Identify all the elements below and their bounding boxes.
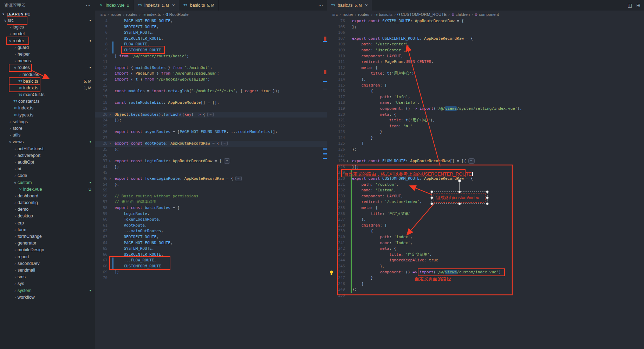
breadcrumb-item-CUSTOMFORM_ROUTE[interactable]: {}CUSTOMFORM_ROUTE: [397, 12, 447, 17]
tree-item-sms[interactable]: ›sms: [0, 274, 95, 280]
tab-index.ts[interactable]: TSindex.ts1, M×: [134, 0, 179, 11]
code-line-119[interactable]: 119 component: () => import('/@/views/sy…: [327, 106, 644, 112]
folder-chevron-icon[interactable]: ›: [13, 247, 18, 253]
folder-chevron-icon[interactable]: ›: [13, 51, 18, 58]
code-line-228[interactable]: 228}];: [327, 164, 644, 170]
code-line-19[interactable]: 19: [95, 106, 327, 112]
tree-item-helper[interactable]: ›helper: [0, 51, 95, 58]
folder-chevron-icon[interactable]: ∨: [8, 139, 13, 145]
folder-chevron-icon[interactable]: ›: [13, 58, 18, 64]
code-line-233[interactable]: 233 component: LAYOUT,: [327, 193, 644, 199]
folder-chevron-icon[interactable]: ›: [13, 240, 18, 247]
folder-chevron-icon[interactable]: ›: [13, 254, 18, 260]
folder-chevron-icon[interactable]: ›: [13, 44, 18, 51]
code-editor-basic-ts[interactable]: 76export const SYSTEM_ROUTE: AppRouteRec…: [327, 18, 644, 349]
code-line-15[interactable]: 15: [95, 83, 327, 89]
layout-grid-icon[interactable]: ⊞: [636, 2, 640, 8]
breadcrumb-item-router[interactable]: router: [111, 12, 121, 17]
code-line-4[interactable]: 4 PAGE_NOT_FOUND_ROUTE,: [95, 18, 327, 24]
code-line-124[interactable]: 124 }: [327, 135, 644, 141]
lightbulb-icon[interactable]: [330, 271, 333, 274]
code-editor-index-ts[interactable]: 4 PAGE_NOT_FOUND_ROUTE,5 REDIRECT_ROUTE,…: [95, 18, 327, 349]
folder-chevron-icon[interactable]: ›: [13, 199, 18, 206]
tree-item-constant.ts[interactable]: TSconstant.ts: [0, 98, 95, 105]
code-line-62[interactable]: 62 ...mainOutRoutes,: [95, 228, 327, 234]
code-line-27[interactable]: 27: [95, 135, 327, 141]
code-line-68[interactable]: 68 CUSTOMFORM_ROUTE: [95, 264, 327, 269]
breadcrumb-item-children[interactable]: ⚙children: [451, 12, 470, 17]
more-actions-icon[interactable]: ⋯: [86, 2, 91, 8]
folder-chevron-icon[interactable]: ∨: [13, 179, 18, 186]
code-line-67[interactable]: 67 ...FLOW_ROUTE,: [95, 258, 327, 264]
tree-item-model[interactable]: ›model: [0, 31, 95, 37]
folder-chevron-icon[interactable]: ›: [13, 213, 18, 220]
tree-item-index.ts[interactable]: TSindex.ts: [0, 105, 95, 112]
code-line-7[interactable]: 7 USERCENTER_ROUTE,: [95, 36, 327, 42]
code-line-9[interactable]: 9 CUSTOMFORM_ROUTE: [95, 47, 327, 53]
code-line-57[interactable]: 57// 未经许可的基本路由: [95, 199, 327, 205]
code-line-45[interactable]: 45: [95, 170, 327, 176]
tree-item-mobileDesign[interactable]: ›mobileDesign: [0, 247, 95, 253]
tab-basic.ts[interactable]: TSbasic.ts5, M: [179, 0, 219, 11]
tree-item-logics[interactable]: ›logics: [0, 24, 95, 31]
folder-chevron-icon[interactable]: ›: [13, 267, 18, 274]
code-line-230[interactable]: 230export const CUSTOMFORM_ROUTE: AppRou…: [327, 176, 644, 182]
code-line-240[interactable]: 240 path: 'index',: [327, 234, 644, 240]
tree-item-code[interactable]: ›code: [0, 172, 95, 179]
tree-item-modules[interactable]: ›modules: [0, 71, 95, 78]
folder-chevron-icon[interactable]: ›: [13, 227, 18, 233]
code-line-122[interactable]: 122 icon: '☻ ': [327, 123, 644, 129]
code-line-107[interactable]: 107export const USERCENTER_ROUTE: AppRou…: [327, 36, 644, 42]
folder-chevron-icon[interactable]: ›: [13, 294, 18, 301]
tree-item-settings[interactable]: ›settings: [0, 119, 95, 125]
folder-chevron-icon[interactable]: ›: [8, 31, 13, 37]
code-line-13[interactable]: 13import { PageEnum } from '/@/enums/pag…: [95, 71, 327, 77]
tree-item-bi[interactable]: ›bi: [0, 166, 95, 172]
code-line-246[interactable]: 246 component: () => import('/@/views/cu…: [327, 269, 644, 275]
tree-item-generator[interactable]: ›generator: [0, 240, 95, 247]
folded-code-ellipsis[interactable]: ⋯: [224, 158, 230, 164]
code-line-111[interactable]: 111 redirect: PageEnum.USER_CENTER,: [327, 59, 644, 65]
code-line-242[interactable]: 242 meta: {: [327, 246, 644, 252]
code-line-120[interactable]: 120 meta: {: [327, 112, 644, 118]
code-line-248[interactable]: 248 ]: [327, 281, 644, 287]
tree-item-dataconfig[interactable]: ›dataconfig: [0, 199, 95, 206]
folder-chevron-icon[interactable]: ›: [13, 280, 18, 287]
code-line-125[interactable]: 125 ]: [327, 141, 644, 147]
code-line-65[interactable]: 65 SYSTEM_ROUTE,: [95, 246, 327, 252]
folder-chevron-icon[interactable]: ›: [13, 233, 18, 240]
workspace-section-header[interactable]: ∨ LEARUN PC: [0, 11, 95, 17]
file-tree[interactable]: ∨src●›logics›model∨router●›guard›helper›…: [0, 17, 95, 349]
code-line-55[interactable]: 55: [95, 188, 327, 193]
fold-chevron-icon[interactable]: ›: [108, 176, 112, 182]
tree-item-formChange[interactable]: ›formChange: [0, 233, 95, 240]
code-line-24[interactable]: 24});: [95, 118, 327, 123]
code-line-239[interactable]: 239 {: [327, 228, 644, 234]
code-line-113[interactable]: 113 title: t('用户中心'): [327, 71, 644, 77]
breadcrumb-item-router[interactable]: router: [343, 12, 353, 17]
code-line-6[interactable]: 6 SYSTEM_ROUTE,: [95, 30, 327, 36]
code-line-232[interactable]: 232 name: 'Custom',: [327, 188, 644, 193]
code-line-112[interactable]: 112 meta: {: [327, 65, 644, 71]
code-line-238[interactable]: 238 children: [: [327, 223, 644, 229]
code-line-18[interactable]: 18const routeModuleList: AppRouteModule[…: [95, 100, 327, 106]
fold-chevron-icon[interactable]: ›: [108, 112, 112, 118]
folder-chevron-icon[interactable]: ›: [13, 206, 18, 213]
tree-item-desktop[interactable]: ›desktop: [0, 213, 95, 220]
code-line-108[interactable]: 108 path: '/user-center',: [327, 42, 644, 47]
code-line-235[interactable]: 235 meta: {: [327, 205, 644, 211]
tree-item-menus[interactable]: ›menus: [0, 58, 95, 64]
tree-item-report[interactable]: ›report: [0, 254, 95, 260]
tree-item-routes[interactable]: ∨routes●: [0, 64, 95, 71]
code-line-123[interactable]: 123 }: [327, 129, 644, 135]
tree-item-views[interactable]: ∨views●: [0, 139, 95, 145]
folder-chevron-icon[interactable]: ›: [13, 193, 18, 199]
code-line-16[interactable]: 16const modules = import.meta.glob('./mo…: [95, 88, 327, 94]
folder-chevron-icon[interactable]: ›: [13, 146, 18, 152]
close-icon[interactable]: ×: [365, 3, 368, 8]
code-line-116[interactable]: 116 {: [327, 88, 644, 94]
code-line-236[interactable]: 236 title: '自定义菜单': [327, 211, 644, 217]
breadcrumb-item-src[interactable]: src: [100, 12, 106, 17]
tree-item-actHiTaskinst[interactable]: ›actHiTaskinst: [0, 146, 95, 152]
folder-chevron-icon[interactable]: ∨: [13, 64, 18, 71]
